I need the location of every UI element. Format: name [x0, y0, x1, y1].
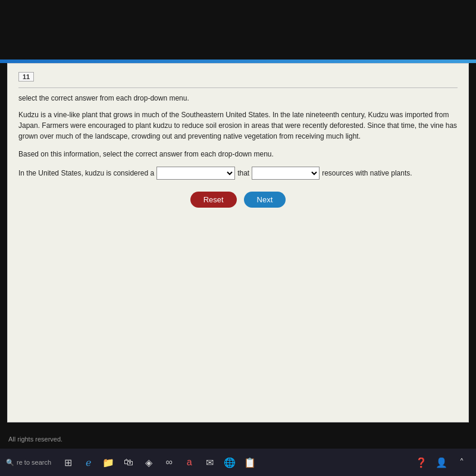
- sentence-prefix: In the United States, kudzu is considere…: [18, 169, 154, 177]
- dropdown2[interactable]: shares competes for provides distributes: [252, 167, 320, 180]
- question-number: 11: [18, 72, 34, 82]
- taskbar-dropbox-icon[interactable]: ◈: [140, 454, 157, 471]
- taskbar-store-icon[interactable]: 🛍: [120, 454, 137, 471]
- taskbar: 🔍 re to search ⊞ ℯ 📁 🛍 ◈ ∞ a ✉ 🌐 📋 ❓ 👤 ˄: [0, 449, 476, 476]
- search-icon: 🔍: [6, 459, 14, 466]
- search-label: re to search: [17, 459, 51, 466]
- reset-button[interactable]: Reset: [190, 192, 237, 208]
- content-area: 11 select the correct answer from each d…: [7, 63, 469, 422]
- divider: [18, 87, 458, 88]
- taskbar-edge-icon[interactable]: ℯ: [80, 454, 96, 471]
- taskbar-mail-icon[interactable]: ✉: [201, 454, 218, 471]
- taskbar-chrome-icon[interactable]: 🌐: [221, 454, 238, 471]
- buttons-row: Reset Next: [18, 192, 458, 208]
- taskbar-help-icon[interactable]: ❓: [413, 454, 430, 471]
- taskbar-search[interactable]: 🔍 re to search: [6, 459, 51, 466]
- taskbar-a-icon[interactable]: a: [181, 454, 198, 471]
- sentence-middle: that: [237, 169, 249, 177]
- dropdown1[interactable]: benefit threat nuisance invasive species: [156, 167, 235, 180]
- taskbar-folder-icon[interactable]: 📁: [100, 454, 117, 471]
- sentence-row: In the United States, kudzu is considere…: [18, 167, 458, 180]
- taskbar-grid-icon[interactable]: ⊞: [60, 454, 76, 471]
- taskbar-right: ❓ 👤 ˄: [413, 454, 470, 471]
- passage-text: Kudzu is a vine-like plant that grows in…: [18, 109, 458, 142]
- instruction-text: select the correct answer from each drop…: [18, 94, 458, 102]
- taskbar-infinity-icon[interactable]: ∞: [161, 454, 177, 471]
- next-button[interactable]: Next: [244, 192, 286, 208]
- passage2-text: Based on this information, select the co…: [18, 149, 458, 159]
- taskbar-app-icon[interactable]: 📋: [242, 454, 258, 471]
- taskbar-up-icon[interactable]: ˄: [453, 454, 470, 471]
- taskbar-person-icon[interactable]: 👤: [433, 454, 450, 471]
- screen: 11 select the correct answer from each d…: [0, 0, 476, 476]
- footer-text: All rights reserved.: [8, 436, 62, 443]
- sentence-suffix: resources with native plants.: [322, 169, 412, 177]
